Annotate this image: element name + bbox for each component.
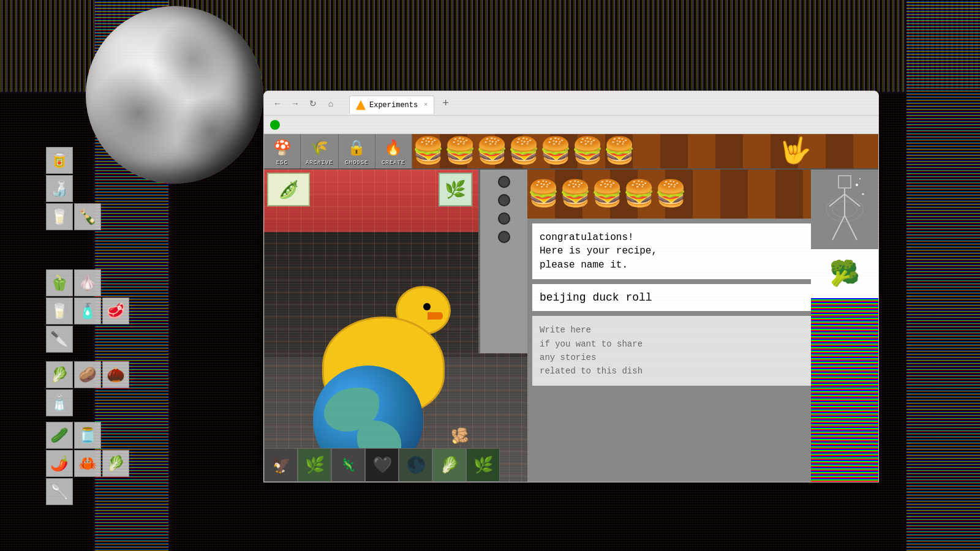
veggie-icon: 🥦 bbox=[829, 259, 860, 289]
grid-cell-dark[interactable]: 🌑 bbox=[399, 448, 432, 482]
list-item[interactable]: 🦀 bbox=[74, 450, 101, 477]
reload-button[interactable]: ↻ bbox=[306, 96, 320, 111]
browser-toolbar bbox=[264, 116, 878, 134]
list-item[interactable]: 🌶️ bbox=[46, 450, 73, 477]
right-decoration-panel: 🥦 🌿 bbox=[811, 170, 878, 482]
burger-icon-3: 🍔 bbox=[476, 135, 508, 167]
home-button[interactable]: ⌂ bbox=[323, 96, 338, 111]
list-item[interactable]: 🫙 bbox=[74, 422, 101, 449]
esc-icon: 🍄 bbox=[270, 137, 295, 159]
scene-background: 🫛 🌿 bbox=[264, 170, 527, 482]
right-glitch-bar bbox=[907, 0, 980, 551]
browser-chrome: ← → ↻ ⌂ Experiments × + bbox=[264, 91, 878, 116]
list-item[interactable]: 🥔 bbox=[74, 361, 101, 388]
ingredient-row-9: 🥒 🫙 bbox=[46, 422, 144, 449]
back-button[interactable]: ← bbox=[270, 96, 285, 111]
list-item[interactable]: 🫑 bbox=[46, 269, 73, 296]
list-item[interactable]: 🧴 bbox=[74, 298, 101, 324]
new-tab-button[interactable]: + bbox=[442, 97, 449, 110]
svg-point-10 bbox=[859, 178, 861, 179]
esc-label: ESC bbox=[276, 160, 288, 166]
archive-icon: 🌾 bbox=[307, 137, 331, 159]
ssl-indicator bbox=[270, 120, 280, 130]
app-content: 🍄 ESC 🌾 ARCHIVE 🔒 CHOOSE 🔥 CREATE 🍔 🍔 🍔 … bbox=[264, 134, 878, 482]
app-main-area: 🫛 🌿 bbox=[264, 170, 878, 482]
list-item[interactable]: 🌰 bbox=[102, 361, 129, 388]
veggie-panel: 🥦 bbox=[811, 249, 878, 298]
stove-knob-2[interactable] bbox=[498, 194, 510, 206]
grid-cell-bird[interactable]: 🦅 bbox=[264, 448, 298, 482]
list-item[interactable]: 🥄 bbox=[46, 478, 73, 505]
svg-rect-0 bbox=[839, 176, 851, 188]
stove-knob-1[interactable] bbox=[498, 176, 510, 188]
list-item[interactable]: 🥩 bbox=[102, 298, 129, 324]
tab-close-button[interactable]: × bbox=[424, 102, 428, 108]
pixel-figure-svg bbox=[817, 173, 872, 246]
burger-icon-2: 🍔 bbox=[444, 135, 476, 167]
list-item[interactable]: 🔪 bbox=[46, 326, 73, 353]
list-item[interactable]: 🥒 bbox=[46, 422, 73, 449]
pixel-figure-panel bbox=[811, 170, 878, 249]
right-burger-4: 🍔 bbox=[623, 178, 655, 210]
ingredient-row-10: 🌶️ 🦀 🥬 bbox=[46, 450, 144, 477]
list-item[interactable]: 🥬 bbox=[46, 361, 73, 388]
cooking-scene: 🫛 🌿 bbox=[264, 170, 527, 482]
ingredient-row-4: 🫑 🧄 bbox=[46, 269, 144, 296]
tab-favicon-icon bbox=[356, 100, 366, 110]
spice-item: 🫚 bbox=[451, 427, 469, 445]
ingredient-row-7: 🥬 🥔 🌰 bbox=[46, 361, 144, 388]
list-item[interactable]: 🧄 bbox=[74, 269, 101, 296]
archive-toolbar-button[interactable]: 🌾 ARCHIVE bbox=[301, 134, 339, 168]
stove-knob-3[interactable] bbox=[498, 212, 510, 225]
svg-line-3 bbox=[845, 194, 860, 206]
burger-icon-1: 🍔 bbox=[412, 135, 444, 167]
duck-eye bbox=[423, 303, 431, 310]
choose-label: CHOOSE bbox=[345, 160, 368, 166]
browser-tab[interactable]: Experiments × bbox=[349, 96, 434, 114]
ingredient-row-2: 🍶 bbox=[46, 175, 144, 202]
grid-cell-leaf[interactable]: 🥬 bbox=[432, 448, 466, 482]
grid-cell-shadow[interactable]: 🖤 bbox=[365, 448, 399, 482]
duck-beak bbox=[428, 312, 443, 320]
burger-banner: 🍔 🍔 🍔 🍔 🍔 🍔 🍔 🤟 bbox=[412, 134, 878, 168]
stove-knob-4[interactable] bbox=[498, 231, 510, 243]
list-item[interactable]: 🥛 bbox=[46, 203, 73, 230]
grid-cell-plant[interactable]: 🌿 bbox=[466, 448, 500, 482]
create-button[interactable]: 🔥 CREATE bbox=[375, 134, 412, 168]
right-panel: 🍔 🍔 🍔 🍔 🍔 congratulations! Here is your … bbox=[527, 170, 878, 482]
grid-cell-lizard[interactable]: 🦎 bbox=[331, 448, 365, 482]
browser-nav-controls: ← → ↻ ⌂ bbox=[270, 96, 338, 111]
list-item[interactable]: 🥛 bbox=[46, 298, 73, 324]
forward-button[interactable]: → bbox=[288, 96, 303, 111]
ingredient-row-1: 🥫 bbox=[46, 147, 144, 174]
svg-point-8 bbox=[856, 184, 858, 186]
svg-line-2 bbox=[829, 194, 845, 206]
right-burger-2: 🍔 bbox=[559, 178, 591, 210]
esc-button[interactable]: 🍄 ESC bbox=[264, 134, 301, 168]
list-item[interactable]: 🍾 bbox=[74, 203, 101, 230]
list-item[interactable]: 🍶 bbox=[46, 175, 73, 202]
choose-button[interactable]: 🔒 CHOOSE bbox=[339, 134, 375, 168]
ingredient-row-8: 🧂 bbox=[46, 389, 144, 416]
hand-character: 🤟 bbox=[779, 135, 811, 167]
cutting-board: 🫛 bbox=[267, 173, 310, 206]
list-item[interactable]: 🥫 bbox=[46, 147, 73, 174]
list-item[interactable]: 🥬 bbox=[102, 450, 129, 477]
stove bbox=[478, 170, 527, 353]
right-burger-1: 🍔 bbox=[527, 178, 559, 210]
ingredient-row-5: 🥛 🧴 🥩 bbox=[46, 298, 144, 324]
grid-cell-herb[interactable]: 🌿 bbox=[298, 448, 331, 482]
burger-icon-5: 🍔 bbox=[540, 135, 571, 167]
ingredient-row-11: 🥄 bbox=[46, 478, 144, 505]
svg-point-9 bbox=[862, 193, 864, 195]
burger-icon-4: 🍔 bbox=[508, 135, 540, 167]
bottom-ingredient-grid: 🦅 🌿 🦎 🖤 🌑 🥬 🌿 bbox=[264, 448, 527, 482]
leaf-item: 🌿 bbox=[439, 173, 472, 206]
svg-line-4 bbox=[832, 216, 845, 240]
list-item[interactable]: 🧂 bbox=[46, 389, 73, 416]
svg-line-5 bbox=[845, 216, 857, 240]
ingredient-row-6: 🔪 bbox=[46, 326, 144, 353]
create-label: CREATE bbox=[382, 160, 405, 166]
right-glitch-strip bbox=[811, 298, 878, 482]
browser-window: ← → ↻ ⌂ Experiments × + 🍄 ESC 🌾 ARCHIVE bbox=[263, 91, 879, 482]
